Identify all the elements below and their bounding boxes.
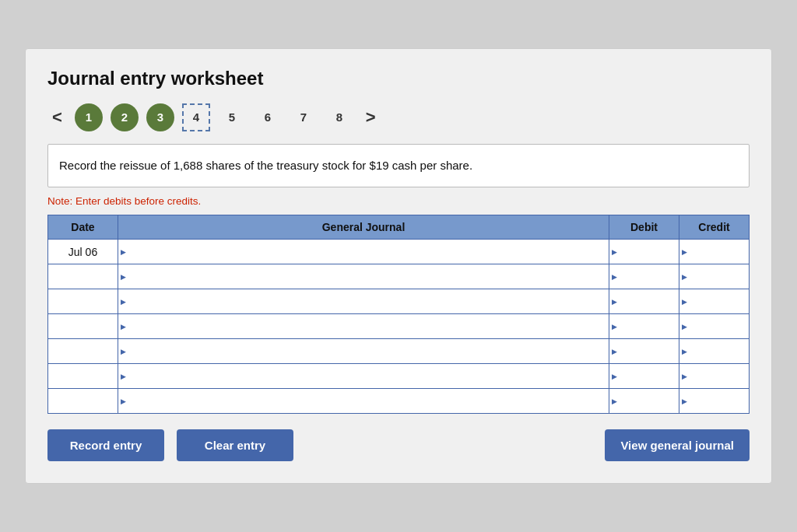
debit-input-6[interactable] [609,389,679,413]
journal-input-5[interactable] [118,364,609,388]
table-row [48,264,750,289]
table-row [48,314,750,339]
date-cell-5 [48,364,118,389]
debit-input-1[interactable] [609,264,679,289]
debit-cell-5[interactable] [609,364,679,389]
journal-cell-4[interactable] [118,339,609,364]
journal-input-3[interactable] [118,314,609,338]
step-3[interactable]: 3 [146,103,174,131]
step-4[interactable]: 4 [182,103,210,131]
record-entry-button[interactable]: Record entry [47,429,164,461]
table-row: Jul 06 [48,240,750,264]
journal-cell-6[interactable] [118,389,609,414]
action-buttons: Record entry Clear entry View general jo… [47,429,750,461]
credit-cell-4[interactable] [679,339,750,364]
debit-cell-0[interactable] [609,240,679,264]
credit-input-6[interactable] [679,389,749,413]
date-cell-3 [48,314,118,339]
credit-input-5[interactable] [679,364,749,388]
journal-input-1[interactable] [118,264,609,289]
journal-cell-1[interactable] [118,264,609,289]
credit-input-3[interactable] [679,314,749,338]
date-cell-6 [48,389,118,414]
debit-input-4[interactable] [609,339,679,363]
page-title: Journal entry worksheet [47,68,750,89]
credit-cell-1[interactable] [679,264,750,289]
journal-table: Date General Journal Debit Credit Jul 06 [47,215,750,414]
table-row [48,364,750,389]
debit-input-3[interactable] [609,314,679,338]
journal-cell-0[interactable] [118,240,609,264]
debit-cell-6[interactable] [609,389,679,414]
debit-cell-1[interactable] [609,264,679,289]
journal-cell-5[interactable] [118,364,609,389]
credit-cell-0[interactable] [679,240,750,264]
credit-cell-3[interactable] [679,314,750,339]
step-8[interactable]: 8 [325,103,353,131]
journal-input-2[interactable] [118,289,609,313]
credit-cell-5[interactable] [679,364,750,389]
date-cell-4 [48,339,118,364]
step-1[interactable]: 1 [75,103,103,131]
debit-input-0[interactable] [609,240,679,264]
debit-input-2[interactable] [609,289,679,313]
next-button[interactable]: > [361,106,381,129]
col-journal: General Journal [118,215,609,240]
step-6[interactable]: 6 [254,103,282,131]
date-cell-0: Jul 06 [48,240,118,264]
clear-entry-button[interactable]: Clear entry [177,429,293,461]
credit-cell-6[interactable] [679,389,750,414]
credit-input-0[interactable] [679,240,749,264]
note-text: Note: Enter debits before credits. [47,195,750,207]
step-2[interactable]: 2 [111,103,139,131]
journal-input-6[interactable] [118,389,609,413]
debit-cell-2[interactable] [609,289,679,314]
worksheet-container: Journal entry worksheet < 1 2 3 4 5 6 7 … [25,48,772,485]
debit-cell-4[interactable] [609,339,679,364]
step-navigation: < 1 2 3 4 5 6 7 8 > [47,103,750,131]
credit-cell-2[interactable] [679,289,750,314]
description-box: Record the reissue of 1,688 shares of th… [47,144,750,188]
prev-button[interactable]: < [47,106,67,129]
col-date: Date [48,215,118,240]
journal-input-4[interactable] [118,339,609,363]
credit-input-4[interactable] [679,339,749,363]
step-5[interactable]: 5 [218,103,246,131]
col-debit: Debit [609,215,679,240]
journal-cell-3[interactable] [118,314,609,339]
journal-input-0[interactable] [118,240,609,264]
date-cell-1 [48,264,118,289]
step-7[interactable]: 7 [290,103,318,131]
view-journal-button[interactable]: View general journal [605,429,750,461]
journal-cell-2[interactable] [118,289,609,314]
debit-cell-3[interactable] [609,314,679,339]
debit-input-5[interactable] [609,364,679,388]
table-row [48,389,750,414]
table-row [48,289,750,314]
credit-input-2[interactable] [679,289,749,313]
col-credit: Credit [679,215,750,240]
date-cell-2 [48,289,118,314]
credit-input-1[interactable] [679,264,749,289]
table-row [48,339,750,364]
